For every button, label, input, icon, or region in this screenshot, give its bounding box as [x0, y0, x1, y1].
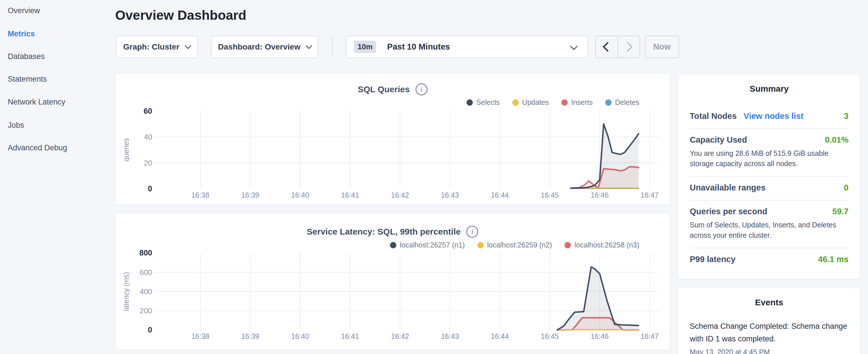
time-range-label: Past 10 Minutes [387, 42, 450, 52]
dashboard-label: Dashboard: Overview [218, 42, 301, 52]
events-panel: Events Schema Change Completed: Schema c… [678, 287, 860, 354]
svg-text:20: 20 [144, 159, 152, 167]
svg-text:800: 800 [139, 249, 152, 257]
svg-text:queries: queries [122, 138, 130, 162]
svg-text:0: 0 [148, 185, 152, 193]
svg-text:16:45: 16:45 [541, 191, 559, 199]
time-range-badge: 10m [354, 41, 376, 53]
svg-text:16:38: 16:38 [191, 191, 210, 199]
summary-panel: Summary Total NodesView nodes list3Capac… [678, 74, 860, 279]
svg-text:40: 40 [144, 133, 152, 141]
summary-row-head: P99 latency46.1 ms [690, 255, 848, 264]
svg-text:16:43: 16:43 [441, 191, 459, 199]
svg-text:16:43: 16:43 [441, 332, 459, 340]
svg-text:16:42: 16:42 [391, 191, 409, 199]
sidebar-item-network-latency[interactable]: Network Latency [8, 97, 65, 107]
summary-row-label: Total Nodes [690, 111, 737, 121]
chevron-down-icon [570, 42, 578, 50]
summary-row-unavailable-ranges: Unavailable ranges0 [690, 177, 848, 200]
chart-plot: 16:3816:3916:4016:4116:4216:4316:4416:45… [116, 213, 670, 350]
sidebar-item-statements[interactable]: Statements [8, 74, 47, 85]
view-nodes-list-link[interactable]: View nodes list [744, 111, 804, 121]
summary-row-head: Capacity Used0.01% [690, 135, 848, 144]
svg-text:16:40: 16:40 [291, 332, 309, 340]
svg-text:16:38: 16:38 [191, 332, 210, 340]
sidebar-item-advanced-debug[interactable]: Advanced Debug [8, 142, 67, 153]
svg-text:60: 60 [144, 107, 152, 116]
event-timestamp: May 13, 2020 at 4:45 PM [690, 348, 848, 354]
summary-row-capacity-used: Capacity Used0.01%You are using 28.6 MiB… [690, 129, 848, 177]
time-range-dropdown[interactable]: 10m Past 10 Minutes [346, 35, 588, 58]
summary-row-label: Queries per second [690, 207, 767, 216]
time-forward-button-disabled [618, 36, 640, 58]
summary-row-head: Queries per second59.7 [690, 207, 848, 216]
summary-row-total-nodes: Total NodesView nodes list3 [690, 105, 848, 129]
sidebar-item-overview[interactable]: Overview [8, 5, 40, 16]
svg-text:600: 600 [140, 268, 152, 277]
summary-row-value: 0.01% [825, 135, 848, 144]
svg-text:16:44: 16:44 [491, 332, 509, 340]
summary-row-description: You are using 28.6 MiB of 515.9 GiB usab… [690, 148, 848, 169]
page-title: Overview Dashboard [115, 7, 246, 23]
event-text: Schema Change Completed: Schema change w… [690, 320, 848, 345]
dashboard-dropdown[interactable]: Dashboard: Overview [211, 35, 318, 58]
summary-row-value: 0 [844, 183, 848, 192]
now-button-disabled: Now [645, 35, 679, 58]
svg-text:16:44: 16:44 [491, 191, 509, 199]
app-root: OverviewMetricsDatabasesStatementsNetwor… [0, 0, 868, 354]
sidebar-item-metrics[interactable]: Metrics [8, 28, 35, 39]
summary-row-value: 59.7 [833, 207, 848, 216]
sidebar-item-jobs[interactable]: Jobs [8, 120, 24, 131]
svg-text:16:47: 16:47 [641, 332, 659, 340]
sql-queries-chart-card: SQL QueriesiSelectsUpdatesInsertsDeletes… [115, 73, 670, 205]
summary-rows: Total NodesView nodes list3Capacity Used… [690, 105, 848, 271]
service-latency-chart-card: Service Latency: SQL, 99th percentileilo… [115, 213, 670, 350]
chevron-left-icon [602, 42, 613, 52]
summary-row-description: Sum of Selects, Updates, Inserts, and De… [690, 220, 848, 240]
svg-text:16:39: 16:39 [241, 191, 259, 199]
sidebar: OverviewMetricsDatabasesStatementsNetwor… [0, 0, 115, 354]
svg-text:16:45: 16:45 [541, 332, 559, 340]
graph-scope-dropdown[interactable]: Graph: Cluster [116, 35, 198, 58]
svg-text:16:47: 16:47 [641, 191, 659, 199]
sidebar-item-databases[interactable]: Databases [8, 51, 45, 62]
svg-text:400: 400 [140, 287, 152, 296]
summary-row-label: P99 latency [690, 255, 736, 264]
svg-text:16:42: 16:42 [391, 332, 409, 340]
graph-scope-label: Graph: Cluster [123, 42, 179, 52]
svg-text:16:40: 16:40 [291, 191, 309, 199]
summary-row-value: 3 [844, 111, 848, 121]
toolbar-divider [332, 36, 333, 58]
svg-text:latency (ms): latency (ms) [122, 272, 130, 311]
svg-text:16:39: 16:39 [241, 332, 259, 340]
svg-text:16:46: 16:46 [591, 332, 609, 340]
time-back-button[interactable] [596, 36, 618, 58]
summary-row-queries-per-second: Queries per second59.7Sum of Selects, Up… [690, 200, 848, 248]
summary-row-value: 46.1 ms [818, 255, 848, 264]
time-range-stepper [595, 35, 640, 58]
event-item[interactable]: Schema Change Completed: Schema change w… [690, 320, 848, 354]
chevron-right-icon [623, 42, 633, 52]
svg-text:16:41: 16:41 [341, 191, 359, 199]
summary-row-head: Unavailable ranges0 [690, 183, 848, 192]
summary-title: Summary [690, 84, 848, 94]
svg-text:16:46: 16:46 [591, 191, 609, 199]
summary-row-p99-latency: P99 latency46.1 ms [690, 248, 848, 271]
summary-row-label: Unavailable ranges [690, 183, 766, 192]
chevron-down-icon [306, 42, 312, 49]
chevron-down-icon [185, 42, 191, 49]
svg-text:16:41: 16:41 [341, 332, 359, 340]
chart-plot: 16:3816:3916:4016:4116:4216:4316:4416:45… [116, 74, 670, 204]
summary-row-label: Capacity Used [690, 135, 747, 144]
svg-text:200: 200 [140, 307, 152, 315]
svg-text:0: 0 [148, 326, 152, 334]
events-list: Schema Change Completed: Schema change w… [690, 320, 848, 354]
events-title: Events [690, 297, 848, 307]
summary-row-head: Total NodesView nodes list3 [690, 111, 848, 121]
